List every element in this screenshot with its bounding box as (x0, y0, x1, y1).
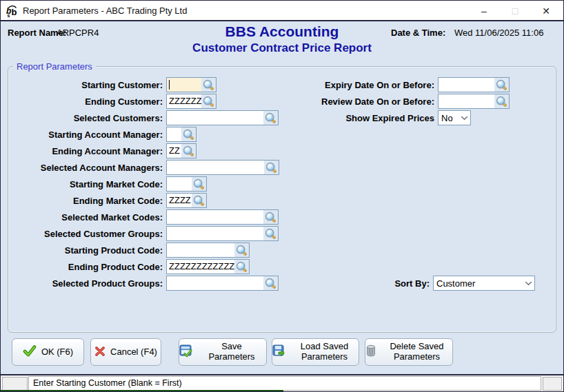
delete-icon (365, 344, 376, 360)
field-row: Selected Customer Groups: (9, 226, 279, 241)
field-label: Review Date On or Before: (279, 96, 434, 107)
starting-customer-input[interactable] (166, 77, 216, 92)
sort-by-row: Sort By: Customer (387, 276, 535, 291)
right-field-column: Expiry Date On or Before: Review Date On… (279, 77, 510, 127)
datetime-value: Wed 11/06/2025 11:06 (454, 28, 543, 38)
left-field-column: Starting Customer: Ending Customer: ZZZZ… (9, 77, 279, 292)
selected-account-managers-input[interactable] (166, 160, 279, 175)
search-icon[interactable] (234, 243, 249, 257)
search-icon[interactable] (263, 227, 278, 240)
expiry-date-input[interactable] (438, 77, 510, 92)
field-label: Starting Account Manager: (9, 130, 163, 140)
field-row: Starting Customer: (9, 77, 279, 92)
field-row: Ending Product Code: ZZZZZZZZZZZZ (9, 259, 279, 274)
field-row: Review Date On or Before: (279, 94, 510, 109)
search-icon[interactable] (263, 276, 278, 290)
sort-by-label: Sort By: (387, 278, 430, 289)
status-cell-left (2, 377, 28, 391)
search-icon[interactable] (263, 111, 278, 125)
field-row: Starting Product Code: (9, 243, 279, 258)
field-label: Expiry Date On or Before: (279, 80, 434, 90)
status-cell-right (543, 377, 562, 391)
client-area: Report Name: ARPCPR4 BBS Accounting Cust… (1, 23, 563, 375)
field-label: Ending Customer: (9, 96, 163, 107)
field-row: Starting Account Manager: (9, 127, 279, 142)
search-icon[interactable] (192, 194, 206, 207)
selected-market-codes-input[interactable] (166, 209, 279, 225)
save-parameters-button[interactable]: Save Parameters (179, 338, 267, 366)
cancel-button[interactable]: Cancel (F4) (90, 338, 161, 366)
check-icon (23, 345, 37, 359)
show-expired-prices-select[interactable]: No (438, 110, 471, 125)
field-label: Starting Product Code: (9, 245, 163, 256)
search-icon[interactable] (181, 127, 196, 141)
app-logo-icon: b b s (6, 5, 19, 17)
field-label: Ending Account Manager: (9, 146, 163, 156)
starting-account-manager-input[interactable] (166, 127, 197, 142)
ok-button[interactable]: OK (F6) (12, 338, 84, 366)
search-icon[interactable] (264, 161, 279, 174)
load-icon (272, 344, 285, 360)
search-icon[interactable] (263, 210, 278, 224)
field-row: Expiry Date On or Before: (279, 77, 510, 92)
sort-by-select[interactable]: Customer (433, 276, 535, 291)
search-icon[interactable] (192, 177, 206, 191)
field-label: Selected Product Groups: (9, 278, 163, 289)
svg-text:s: s (8, 13, 10, 18)
field-label: Ending Market Code: (9, 196, 163, 206)
datetime-label: Date & Time: (391, 28, 445, 38)
ending-market-code-input[interactable]: ZZZZ (166, 193, 207, 208)
maximize-button: □ (500, 1, 530, 21)
ending-customer-input[interactable]: ZZZZZZ (166, 94, 216, 109)
page-title: Customer Contract Price Report (1, 41, 563, 55)
search-icon[interactable] (201, 94, 216, 108)
starting-market-code-input[interactable] (166, 176, 207, 192)
field-row: Ending Customer: ZZZZZZ (9, 94, 279, 109)
bottom-progress-strip (1, 390, 283, 391)
field-label: Selected Customer Groups: (9, 229, 163, 239)
field-label: Ending Product Code: (9, 262, 163, 272)
field-row: Selected Customers: (9, 110, 279, 125)
title-bar[interactable]: b b s Report Parameters - ABC Trading Pt… (1, 1, 563, 21)
minimize-button[interactable]: – (469, 1, 499, 21)
field-label: Starting Market Code: (9, 179, 163, 189)
field-label: Show Expired Prices (279, 113, 434, 123)
field-row: Selected Market Codes: (9, 209, 279, 225)
report-parameters-window: b b s Report Parameters - ABC Trading Pt… (0, 0, 564, 392)
field-label: Starting Customer: (9, 80, 163, 90)
selected-product-groups-input[interactable] (166, 276, 279, 291)
status-bar: Enter Starting Customer (Blank = First) (1, 375, 563, 391)
starting-product-code-input[interactable] (166, 243, 250, 258)
search-icon[interactable] (234, 260, 249, 274)
search-icon[interactable] (181, 144, 196, 158)
selected-customers-input[interactable] (166, 110, 279, 125)
chevron-down-icon (522, 281, 534, 286)
search-icon[interactable] (494, 78, 509, 92)
svg-text:b: b (12, 7, 17, 17)
selected-customer-groups-input[interactable] (166, 226, 279, 241)
text-caret (169, 80, 170, 90)
field-row: Starting Market Code: (9, 176, 279, 192)
field-label: Selected Market Codes: (9, 212, 163, 223)
close-button[interactable]: ✕ (531, 1, 561, 21)
search-icon[interactable] (494, 94, 509, 108)
button-row: OK (F6) Cancel (F4) (12, 338, 453, 366)
field-row: Ending Market Code: ZZZZ (9, 193, 279, 208)
review-date-input[interactable] (438, 94, 510, 109)
chevron-down-icon (458, 116, 470, 121)
field-label: Selected Customers: (9, 113, 163, 123)
field-row: Ending Account Manager: ZZ (9, 143, 279, 158)
ending-product-code-input[interactable]: ZZZZZZZZZZZZ (166, 259, 250, 274)
field-label: Selected Account Managers: (9, 163, 163, 173)
ending-account-manager-input[interactable]: ZZ (166, 143, 197, 158)
save-icon (179, 344, 192, 360)
delete-saved-parameters-button[interactable]: Delete Saved Parameters (365, 338, 453, 366)
status-message: Enter Starting Customer (Blank = First) (28, 376, 541, 391)
load-saved-parameters-button[interactable]: Load Saved Parameters (272, 338, 359, 366)
search-icon[interactable] (201, 78, 216, 92)
field-row: Show Expired Prices No (279, 110, 510, 125)
groupbox-legend: Report Parameters (13, 61, 96, 72)
window-title: Report Parameters - ABC Trading Pty Ltd (23, 1, 187, 21)
field-row: Selected Account Managers: (9, 160, 279, 175)
cancel-icon (94, 346, 105, 359)
